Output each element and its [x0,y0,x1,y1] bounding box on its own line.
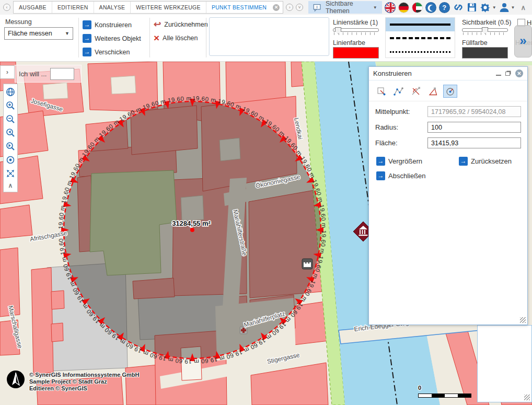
tabs-overflow-icon[interactable]: ˅ [296,4,303,11]
group-separator [149,18,150,57]
scale-zero-label: 0 [418,385,421,391]
copyright-line: Editieren © SynerGIS [29,385,139,392]
share-link-icon[interactable] [453,2,464,13]
tab-analyse[interactable]: ANALYSE [94,2,131,13]
area-field-label: Fläche: [375,139,427,147]
solid-line-sample [390,24,450,26]
enlarge-button[interactable]: → Vergrößern [376,157,422,166]
undo-button[interactable]: ↩ Zurücknehmen [154,20,208,29]
tab-punkt-bestimmen[interactable]: PUNKT BESTIMMEN [206,2,272,13]
finish-button[interactable]: → Abschließen [376,171,426,180]
user-caret-icon[interactable]: ▼ [511,5,515,10]
visibility-slider[interactable] [462,27,508,37]
minimize-icon[interactable] [496,71,501,76]
scale-segment [419,394,432,397]
tab-weitere-werkzeuge[interactable]: WEITERE WERKZEUGE [131,2,206,13]
reset-button[interactable]: → Zurücksetzen [459,157,512,166]
north-compass-icon [6,370,25,391]
flag-uk-icon[interactable] [385,2,396,13]
construct-angle-tool[interactable] [409,85,423,98]
ribbon: Messung Fläche messen ▼ → Konstruieren →… [0,15,532,62]
panel-resize-grip[interactable] [524,395,530,400]
send-button[interactable]: → Verschicken [83,48,130,56]
toolbar-collapse-button[interactable]: ∧ [4,180,17,191]
visible-themes-dropdown[interactable]: i Sichtbare Themen ▼ [308,1,382,14]
delete-all-button[interactable]: × Alle löschen [154,34,198,42]
group-separator [78,18,79,57]
line-style-dashed[interactable] [386,31,455,45]
tab-ausgabe[interactable]: AUSGABE [14,2,52,13]
ribbon-expand-button[interactable]: » [514,25,532,57]
tabs-scroll-left-icon[interactable]: ‹ [3,4,10,11]
help-icon[interactable]: ? [439,2,450,13]
line-width-label: Linienstärke (1) [333,19,378,26]
close-icon[interactable]: ✕ [515,70,523,77]
fill-color-label: Füllfarbe [462,39,488,47]
collapse-ribbon-icon[interactable]: ∧ [521,4,526,11]
flag-uk-glyph [385,3,396,13]
enlarge-label: Vergrößern [388,157,422,165]
zoom-previous-button[interactable] [4,126,17,140]
zoom-in-button[interactable] [4,99,17,112]
another-object-label: Weiteres Objekt [95,35,141,42]
undo-label: Zurücknehmen [164,21,207,28]
fill-color-swatch[interactable] [462,47,508,59]
empty-result-listbox[interactable] [209,17,329,56]
area-field-input[interactable] [427,137,521,148]
tab-strip: AUSGABE EDITIEREN ANALYSE WEITERE WERKZE… [13,1,283,14]
radius-field-input[interactable] [427,122,521,133]
panel-buttons: → Vergrößern → Zurücksetzen → Abschließe… [369,154,527,190]
tab-close-icon[interactable]: ✕ [273,4,280,11]
construct-triangle-tool[interactable] [426,85,440,98]
line-style-list [385,17,455,58]
center-map-button[interactable] [4,153,17,167]
panel-resize-grip[interactable] [520,317,526,323]
svg-text:i: i [317,5,318,9]
zoom-out-button[interactable] [4,112,17,126]
line-color-swatch[interactable] [333,47,379,59]
construct-point-tool[interactable] [374,85,388,98]
chevron-down-icon: ▼ [373,5,377,10]
line-style-solid[interactable] [386,18,455,31]
i-want-to-label: Ich will ... [19,70,47,78]
line-style-dotted[interactable] [386,45,455,59]
zoom-next-button[interactable] [4,140,17,153]
user-account-icon[interactable] [499,2,510,13]
sidebar-expand-button[interactable]: › [0,65,15,79]
construct-circle-tool[interactable] [443,85,457,98]
settings-gear-icon[interactable] [480,2,491,13]
center-field-label: Mittelpunkt: [375,108,427,115]
visibility-label: Sichtbarkeit (0.5) [462,19,511,26]
another-object-button[interactable]: → Weiteres Objekt [83,34,141,43]
measurement-circle[interactable]: 19,60 m 19,60 m 19,60 m 19,60 m 19,60 m … [57,95,327,365]
flag-uae-icon[interactable] [412,2,423,13]
crescent-language-icon[interactable] [425,2,436,13]
construct-line-tool[interactable] [391,85,406,98]
slider-ticks [334,32,378,35]
tabs-scroll-right-icon[interactable]: › [286,4,293,11]
measure-mode-select[interactable]: Fläche messen ▼ [4,27,73,40]
red-x-icon: × [154,34,159,42]
overview-globe-button[interactable] [4,85,17,99]
dashed-line-sample [390,37,450,39]
i-want-to-input[interactable] [50,68,74,80]
restore-window-icon[interactable] [505,72,510,76]
map-toolbar: ∧ [3,84,18,192]
flag-uae-glyph [412,3,423,13]
arrow-right-icon: → [83,20,91,29]
line-width-slider[interactable] [333,27,379,37]
full-extent-button[interactable] [4,167,17,180]
flag-germany-icon[interactable] [398,2,409,13]
radius-field-row: Radius: [375,122,521,133]
construct-panel: Konstruieren ✕ [368,66,528,325]
line-color-label: Linienfarbe [333,39,365,47]
settings-caret-icon[interactable]: ▼ [492,5,496,10]
center-field-row: Mittelpunkt: [375,106,521,117]
save-icon[interactable] [467,2,477,13]
i-want-to-widget[interactable]: Ich will ... [15,65,82,83]
tab-editieren[interactable]: EDITIEREN [52,2,94,13]
construct-button[interactable]: → Konstruieren [83,20,132,29]
scale-segment [458,394,471,397]
circle-center-point [190,228,194,232]
panel-header[interactable]: Konstruieren ✕ [369,67,527,80]
